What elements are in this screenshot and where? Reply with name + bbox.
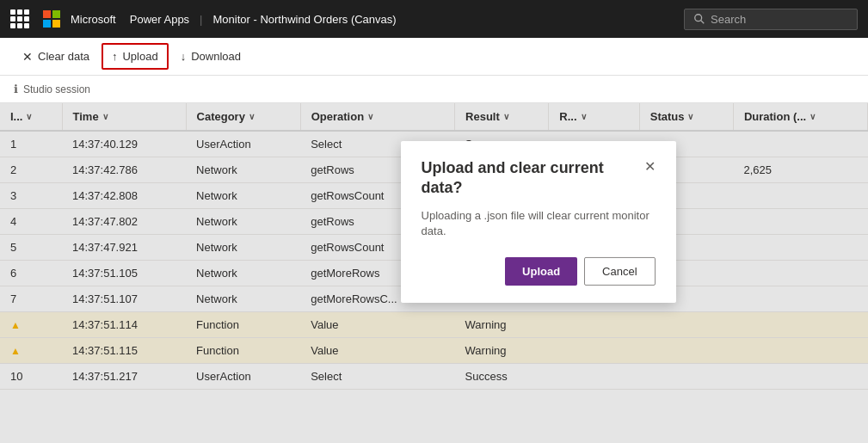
toolbar: ✕ Clear data ↑ Upload ↓ Download	[0, 38, 868, 76]
search-box[interactable]	[684, 9, 858, 30]
microsoft-logo	[43, 10, 60, 28]
info-icon: ℹ	[14, 83, 18, 95]
dialog-cancel-button[interactable]: Cancel	[584, 257, 655, 286]
upload-icon: ↑	[112, 50, 118, 63]
dialog-header: Upload and clear current data? ✕	[422, 157, 656, 198]
dialog-title: Upload and clear current data?	[422, 157, 637, 198]
microsoft-label: Microsoft	[71, 13, 116, 26]
nav-divider: |	[200, 13, 202, 26]
upload-dialog: Upload and clear current data? ✕ Uploadi…	[401, 140, 676, 302]
app-name: Power Apps	[130, 13, 189, 26]
download-label: Download	[191, 50, 241, 63]
session-label: Studio session	[23, 83, 90, 95]
top-bar: Microsoft Power Apps | Monitor - Northwi…	[0, 0, 868, 38]
svg-line-1	[701, 21, 705, 24]
upload-label: Upload	[122, 50, 157, 63]
search-icon	[693, 13, 705, 25]
clear-data-icon: ✕	[22, 50, 33, 64]
dialog-body: Uploading a .json file will clear curren…	[422, 208, 656, 239]
page-title: Monitor - Northwind Orders (Canvas)	[213, 13, 397, 26]
search-input[interactable]	[711, 13, 848, 26]
download-icon: ↓	[181, 50, 187, 63]
clear-data-label: Clear data	[38, 50, 89, 63]
svg-point-0	[695, 15, 702, 22]
dialog-close-button[interactable]: ✕	[637, 157, 656, 174]
waffle-icon[interactable]	[10, 9, 29, 28]
clear-data-button[interactable]: ✕ Clear data	[14, 45, 98, 69]
download-button[interactable]: ↓ Download	[172, 45, 249, 68]
session-bar: ℹ Studio session	[0, 76, 868, 103]
dialog-upload-button[interactable]: Upload	[505, 257, 577, 286]
upload-button[interactable]: ↑ Upload	[102, 43, 169, 70]
dialog-actions: Upload Cancel	[422, 257, 656, 286]
